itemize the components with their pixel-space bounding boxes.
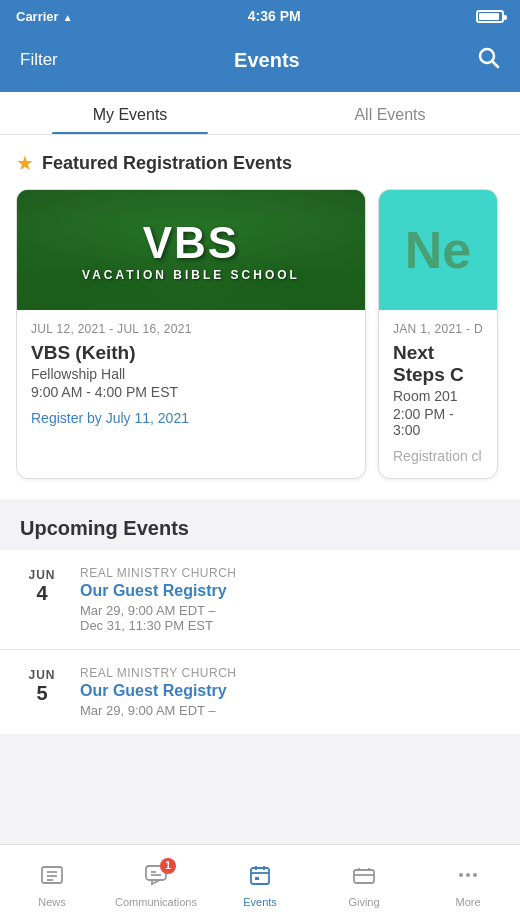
svg-line-1 (493, 62, 499, 68)
event-org-2: REAL MINISTRY CHURCH (80, 666, 500, 680)
vbs-time: 9:00 AM - 4:00 PM EST (31, 384, 351, 400)
event-org-1: REAL MINISTRY CHURCH (80, 566, 500, 580)
page-title: Events (234, 49, 300, 72)
event-time-1b: Dec 31, 11:30 PM EST (80, 618, 500, 633)
featured-title: Featured Registration Events (42, 153, 292, 174)
upcoming-section-header: Upcoming Events (0, 499, 520, 550)
carrier-text: Carrier (16, 9, 73, 24)
wifi-icon (63, 9, 73, 24)
upcoming-item-2: JUN 5 REAL MINISTRY CHURCH Our Guest Reg… (0, 650, 520, 734)
event-info-1: REAL MINISTRY CHURCH Our Guest Registry … (80, 566, 500, 633)
filter-button[interactable]: Filter (20, 50, 58, 70)
date-block-2: JUN 5 (20, 666, 64, 704)
tab-all-events[interactable]: All Events (260, 92, 520, 134)
date-month-1: JUN (20, 568, 64, 582)
upcoming-list: JUN 4 REAL MINISTRY CHURCH Our Guest Reg… (0, 550, 520, 734)
vbs-location: Fellowship Hall (31, 366, 351, 382)
event-name-2[interactable]: Our Guest Registry (80, 682, 500, 700)
tab-bar: My Events All Events (0, 92, 520, 135)
vbs-card-body: JUL 12, 2021 - JUL 16, 2021 VBS (Keith) … (17, 310, 365, 440)
vbs-register-link[interactable]: Register by July 11, 2021 (31, 410, 351, 426)
next-steps-location: Room 201 (393, 388, 483, 404)
event-card-next-steps[interactable]: Ne JAN 1, 2021 - D Next Steps C Room 201… (378, 189, 498, 479)
battery-icon (476, 10, 504, 23)
event-card-vbs[interactable]: VBS VACATION BIBLE SCHOOL JUL 12, 2021 -… (16, 189, 366, 479)
date-month-2: JUN (20, 668, 64, 682)
vbs-event-name: VBS (Keith) (31, 342, 351, 364)
star-icon: ★ (16, 151, 34, 175)
vbs-date-range: JUL 12, 2021 - JUL 16, 2021 (31, 322, 351, 336)
header: Filter Events (0, 32, 520, 92)
status-bar: Carrier 4:36 PM (0, 0, 520, 32)
upcoming-item-1: JUN 4 REAL MINISTRY CHURCH Our Guest Reg… (0, 550, 520, 650)
vbs-card-image: VBS VACATION BIBLE SCHOOL (17, 190, 365, 310)
event-info-2: REAL MINISTRY CHURCH Our Guest Registry … (80, 666, 500, 718)
date-block-1: JUN 4 (20, 566, 64, 604)
next-steps-card-body: JAN 1, 2021 - D Next Steps C Room 201 2:… (379, 310, 497, 478)
featured-cards-scroll[interactable]: VBS VACATION BIBLE SCHOOL JUL 12, 2021 -… (16, 189, 504, 491)
date-day-2: 5 (20, 682, 64, 704)
tab-my-events[interactable]: My Events (0, 92, 260, 134)
featured-section: ★ Featured Registration Events VBS VACAT… (0, 135, 520, 499)
next-steps-date: JAN 1, 2021 - D (393, 322, 483, 336)
next-steps-time: 2:00 PM - 3:00 (393, 406, 483, 438)
next-steps-name: Next Steps C (393, 342, 483, 386)
vbs-text-block: VBS VACATION BIBLE SCHOOL (82, 218, 300, 282)
event-time-2a: Mar 29, 9:00 AM EDT – (80, 703, 500, 718)
next-steps-partial-text: Ne (405, 220, 471, 280)
time-display: 4:36 PM (248, 8, 301, 24)
next-steps-card-image: Ne (379, 190, 497, 310)
search-button[interactable] (476, 45, 500, 75)
date-day-1: 4 (20, 582, 64, 604)
featured-header: ★ Featured Registration Events (16, 151, 504, 175)
event-time-1a: Mar 29, 9:00 AM EDT – (80, 603, 500, 618)
next-steps-register-closed: Registration cl (393, 448, 483, 464)
event-name-1[interactable]: Our Guest Registry (80, 582, 500, 600)
